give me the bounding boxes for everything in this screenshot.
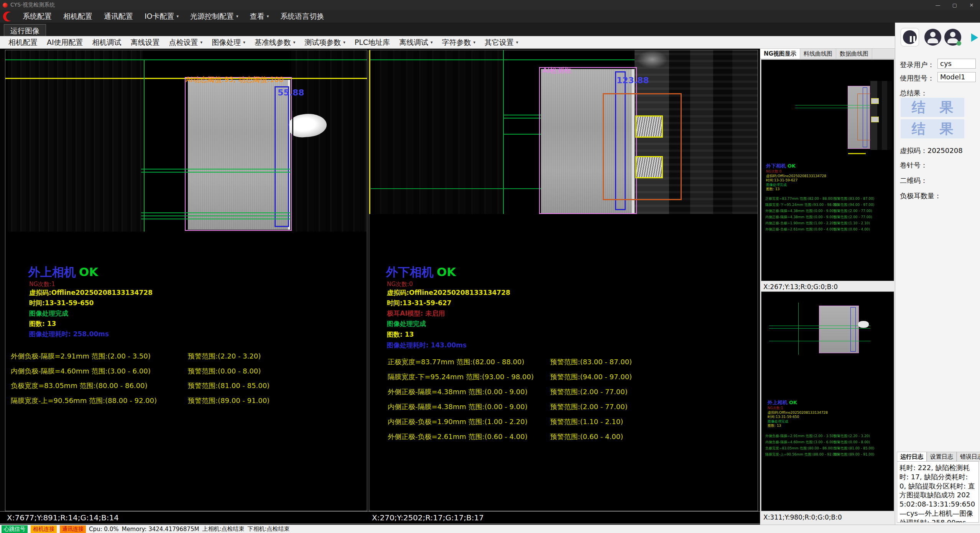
toolbar-item-label: 离线设置 <box>131 38 160 48</box>
mini-measure-line <box>769 341 870 341</box>
mini-measure-line <box>769 328 870 329</box>
right-camera-viewport[interactable]: AI检测框 123.88 外下相机OK NG次数:0 虚拟码:Offline20… <box>369 50 758 511</box>
neg-tab-count-label: 负极耳数量： <box>900 191 941 201</box>
collapse-arrow-icon[interactable] <box>971 33 978 42</box>
measurement-text: 隔膜宽度-下=95.24mm 范围:(93.00 - 98.00) <box>388 372 534 382</box>
log-tab[interactable]: 运行日志 <box>897 452 927 462</box>
close-button[interactable]: ✕ <box>963 0 980 10</box>
toolbar-item[interactable]: 离线设置 <box>126 38 164 48</box>
reel-number-label: 卷针号： <box>900 161 927 170</box>
mini-camera-name: 外上相机 <box>768 400 788 405</box>
toolbar-item[interactable]: 相机调试 <box>88 38 126 48</box>
warning-range-text: 预警范围:(0.60 - 4.00) <box>834 227 870 232</box>
dropdown-arrow-icon: ▾ <box>431 40 433 45</box>
mini-info-block: 外上相机OK NG次数:1 虚拟码:Offline202502081331347… <box>768 399 828 428</box>
toolbar-item[interactable]: PLC地址库 <box>350 38 395 48</box>
mini-frames: 图数: 13 <box>768 424 828 428</box>
ai-threshold-text: AI动态阈值:93, 动态阈值:100 <box>186 75 284 85</box>
ng-preview-top[interactable]: 外下相机OK NG次数:0 虚拟码:Offline202502081331347… <box>761 59 894 281</box>
toolbar-item[interactable]: 字符参数▾ <box>437 38 480 48</box>
mini-value-mark <box>848 153 866 154</box>
warning-range-text: 预警范围:(1.10 - 2.10) <box>550 417 623 426</box>
measurement-text: 负极宽度=83.05mm 范围:(80.00 - 86.00) <box>765 446 834 451</box>
measurement-row: 隔膜宽度-下=95.24mm 范围:(93.00 - 98.00) 预警范围:(… <box>388 372 756 387</box>
menu-item[interactable]: 通讯配置 <box>98 10 139 23</box>
process-time-text: 图像处理耗时: 143.00ms <box>387 341 467 350</box>
measurement-text: 隔膜宽度-上=90.56mm 范围:(88.00 - 92.00) <box>765 452 839 457</box>
toolbar-item[interactable]: 离线调试▾ <box>395 38 437 48</box>
lower-camera-status-text: 下相机:点检结束 <box>247 525 289 533</box>
preview-tab[interactable]: 料线曲线图 <box>800 49 836 59</box>
preview-bottom-coords: X:311;Y:980;R:0;G:0;B:0 <box>763 513 842 521</box>
left-camera-viewport[interactable]: AI动态阈值:93, 动态阈值:100 55.88 外上相机OK NG次数:1 … <box>5 50 367 511</box>
warning-range-text: 预警范围:(83.00 - 87.00) <box>550 357 632 367</box>
menu-item[interactable]: IO卡配置▾ <box>139 10 184 23</box>
measurement-list: 正极宽度=83.77mm 范围:(82.00 - 88.00) 预警范围:(83… <box>388 357 756 447</box>
warning-range-text: 预警范围:(89.00 - 91.00) <box>834 452 875 457</box>
warning-range-text: 预警范围:(89.00 - 91.00) <box>188 396 270 405</box>
maximize-button[interactable]: ▢ <box>946 0 963 10</box>
menu-item[interactable]: 相机配置 <box>58 10 98 23</box>
toolbar-item[interactable]: 图像处理▾ <box>207 38 250 48</box>
status-bar: 心跳信号 相机连接 通讯连接 Cpu: 0.0% Memory: 3424.41… <box>0 525 980 533</box>
measure-line <box>141 216 291 216</box>
menu-item[interactable]: 查看▾ <box>244 10 275 23</box>
mini-edge-box <box>850 307 856 352</box>
toolbar-item-label: PLC地址库 <box>355 38 390 48</box>
ng-preview-bottom[interactable]: 外上相机OK NG次数:1 虚拟码:Offline202502081331347… <box>761 291 894 511</box>
toolbar-item-label: 相机配置 <box>8 38 38 48</box>
camera-title: 外上相机OK <box>28 264 98 280</box>
preview-tab[interactable]: 数据曲线图 <box>836 49 872 59</box>
toolbar-item[interactable]: 基准线参数▾ <box>250 38 300 48</box>
toolbar-item[interactable]: 点检设置▾ <box>164 38 207 48</box>
measurement-text: 外侧负极-隔膜=2.91mm 范围:(2.00 - 3.50) <box>765 434 835 439</box>
warning-range-text: 预警范围:(2.00 - 77.00) <box>550 402 628 411</box>
total-result-label: 总结果： <box>900 89 927 98</box>
process-time-text: 图像处理耗时: 258.00ms <box>29 330 109 339</box>
user-button[interactable] <box>924 28 942 46</box>
mini-camera-title: 外上相机OK <box>768 399 828 406</box>
mini-measure-line <box>795 105 870 105</box>
film-texture-left <box>375 50 503 214</box>
pause-button[interactable] <box>901 28 919 46</box>
left-camera-image: AI动态阈值:93, 动态阈值:100 55.88 <box>5 50 367 232</box>
menu-item[interactable]: 光源控制配置▾ <box>184 10 244 23</box>
toolbar-item[interactable]: 相机配置 <box>4 38 42 48</box>
measure-line <box>141 172 291 173</box>
user-settings-button[interactable] <box>944 28 962 46</box>
time-text: 时间:13-31-59-650 <box>29 299 94 308</box>
mini-tab-blob <box>858 321 869 328</box>
log-area[interactable]: 耗时: 222, 缺陷检测耗时: 17, 缺陷分类耗时: 0, 缺陷提取分区耗时… <box>897 461 979 523</box>
dropdown-arrow-icon: ▾ <box>201 40 203 45</box>
measurement-row: 外侧负极-隔膜=2.91mm 范围:(2.00 - 3.50) 预警范围:(2.… <box>765 434 893 440</box>
menu-item[interactable]: 系统语言切换 <box>275 10 330 23</box>
measurement-row: 正极宽度=83.77mm 范围:(82.00 - 88.00) 预警范围:(83… <box>388 357 756 372</box>
film-texture-left <box>8 50 143 232</box>
model-select[interactable]: Model1 <box>937 72 976 82</box>
measurement-row: 内侧正极-负极=1.90mm 范围:(1.00 - 2.20) 预警范围:(1.… <box>765 221 893 227</box>
measurement-text: 正极宽度=83.77mm 范围:(82.00 - 88.00) <box>765 196 834 201</box>
mini-measurement-list: 正极宽度=83.77mm 范围:(82.00 - 88.00) 预警范围:(83… <box>765 196 893 233</box>
right-camera-image: AI检测框 123.88 <box>369 50 758 214</box>
preview-top-coords: X:267;Y:13;R:0;G:0;B:0 <box>763 283 838 291</box>
warning-range-text: 预警范围:(2.20 - 3.20) <box>188 352 261 361</box>
preview-tab[interactable]: NG视图显示 <box>760 49 800 59</box>
login-user-label: 登录用户： <box>900 60 934 69</box>
warning-range-text: 预警范围:(0.00 - 8.00) <box>188 367 261 376</box>
toolbar-item[interactable]: 测试项参数▾ <box>300 38 350 48</box>
mini-time: 时间:13-31-59-627 <box>766 178 826 183</box>
mini-status-ok: OK <box>789 400 797 405</box>
toolbar-item[interactable]: 其它设置▾ <box>480 38 523 48</box>
virtual-code-label: 虚拟码：20250208 <box>900 146 963 155</box>
log-tab[interactable]: 错误日志 <box>957 452 980 462</box>
warning-range-text: 预警范围:(81.00 - 85.00) <box>188 381 270 390</box>
toolbar-item[interactable]: AI使用配置 <box>42 38 88 48</box>
measurement-text: 外侧正极-隔膜=4.38mm 范围:(0.00 - 9.00) <box>388 387 528 396</box>
log-tab[interactable]: 设置日志 <box>927 452 957 462</box>
reference-line-yellow <box>369 50 370 214</box>
minimize-button[interactable]: — <box>929 0 946 10</box>
mini-virtual-code: 虚拟码:Offline20250208133134728 <box>768 411 828 415</box>
mini-done: 图像处理完成 <box>768 419 828 424</box>
menu-item[interactable]: 系统配置 <box>17 10 58 23</box>
virtual-code-text: 虚拟码:Offline20250208133134728 <box>29 288 153 297</box>
